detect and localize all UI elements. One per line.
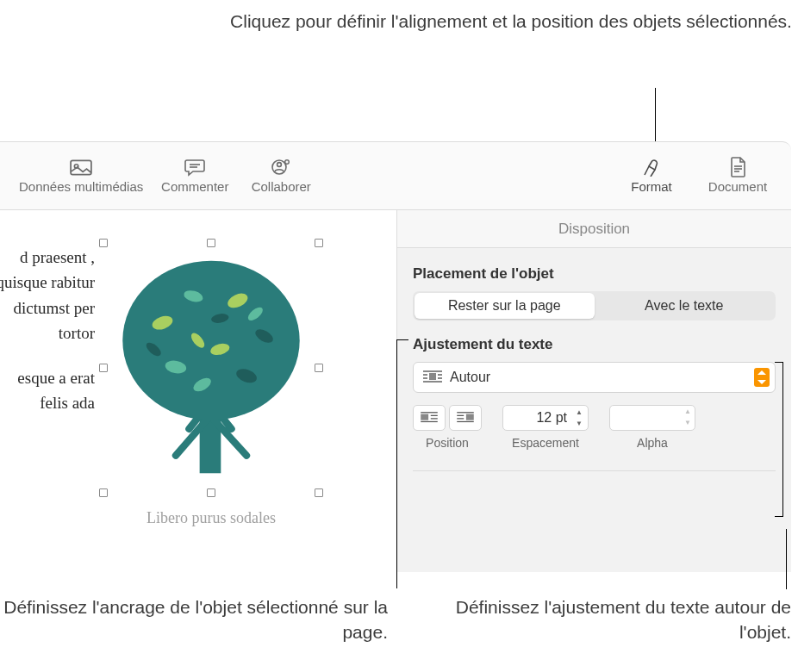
paragraph-2: esque a erat felis ada [0, 365, 95, 416]
text-wrap-label: Ajustement du texte [413, 336, 776, 353]
sidebar-tab-arrange[interactable]: Disposition [397, 210, 791, 248]
svg-rect-36 [421, 414, 428, 420]
resize-handle[interactable] [315, 239, 323, 247]
alpha-stepper[interactable]: ▲▼ [609, 405, 695, 431]
document-button[interactable]: Document [703, 158, 772, 194]
format-icon [640, 158, 663, 177]
svg-rect-41 [466, 414, 474, 420]
stepper-buttons[interactable]: ▲▼ [681, 406, 695, 430]
selected-image[interactable]: Libero purus sodales [103, 243, 319, 527]
spacing-value: 12 pt [512, 410, 572, 426]
leader-line [655, 88, 656, 148]
seg-move-with-text[interactable]: Avec le texte [595, 293, 775, 319]
comment-button[interactable]: Commenter [160, 158, 229, 194]
stepper-buttons[interactable]: ▲▼ [572, 407, 586, 429]
resize-handle[interactable] [207, 239, 215, 247]
image-caption[interactable]: Libero purus sodales [103, 509, 319, 527]
resize-handle[interactable] [315, 488, 323, 497]
spacing-label: Espacement [512, 436, 579, 450]
resize-handle[interactable] [99, 239, 108, 247]
alpha-label: Alpha [637, 436, 668, 450]
format-sidebar: Disposition Placement de l'objet Rester … [396, 210, 791, 572]
wrap-position-left-button[interactable] [413, 405, 446, 431]
object-placement-label: Placement de l'objet [413, 265, 776, 283]
leader-line [396, 533, 397, 588]
collaborate-button[interactable]: Collaborer [246, 158, 315, 194]
position-label: Position [426, 436, 469, 450]
divider [413, 470, 776, 471]
svg-rect-0 [71, 160, 91, 174]
paragraph-1: d praesent , quisque rabitur dictumst pe… [0, 245, 95, 346]
format-button[interactable]: Format [617, 158, 686, 194]
media-label: Données multimédias [19, 179, 143, 194]
callout-top: Cliquez pour définir l'alignement et la … [0, 9, 798, 34]
wrap-position-right-button[interactable] [449, 405, 482, 431]
leader-line [396, 339, 408, 340]
comment-icon [184, 158, 206, 177]
format-label: Format [631, 179, 672, 194]
wrap-value: Autour [450, 370, 754, 385]
document-label: Document [708, 179, 767, 194]
text-wrap-popup[interactable]: Autour [413, 362, 776, 393]
collaborate-label: Collaborer [252, 179, 311, 194]
document-icon [726, 158, 749, 177]
toolbar: Données multimédias Commenter Collaborer… [0, 141, 791, 210]
leader-line [786, 529, 787, 589]
body-text: d praesent , quisque rabitur dictumst pe… [0, 245, 95, 435]
bracket [782, 362, 783, 517]
media-icon [70, 158, 92, 177]
wrap-icon [422, 369, 443, 386]
media-button[interactable]: Données multimédias [19, 158, 143, 194]
spacing-stepper[interactable]: 12 pt ▲▼ [502, 405, 589, 431]
seg-stay-on-page[interactable]: Rester sur la page [415, 293, 595, 319]
comment-label: Commenter [161, 179, 228, 194]
document-canvas: d praesent , quisque rabitur dictumst pe… [0, 210, 396, 572]
popup-arrows-icon [754, 368, 770, 387]
svg-point-5 [277, 163, 282, 167]
tree-image [114, 250, 309, 484]
collaborate-icon [270, 158, 292, 177]
resize-handle[interactable] [315, 364, 323, 372]
svg-point-13 [122, 261, 299, 420]
resize-handle[interactable] [207, 488, 215, 497]
placement-segmented-control[interactable]: Rester sur la page Avec le texte [413, 291, 776, 320]
resize-handle[interactable] [99, 488, 108, 497]
resize-handle[interactable] [99, 364, 108, 372]
callout-bottom-right: Définissez l'ajustement du texte autour … [421, 594, 791, 645]
callout-bottom-left: Définissez l'ancrage de l'objet sélectio… [0, 594, 396, 645]
